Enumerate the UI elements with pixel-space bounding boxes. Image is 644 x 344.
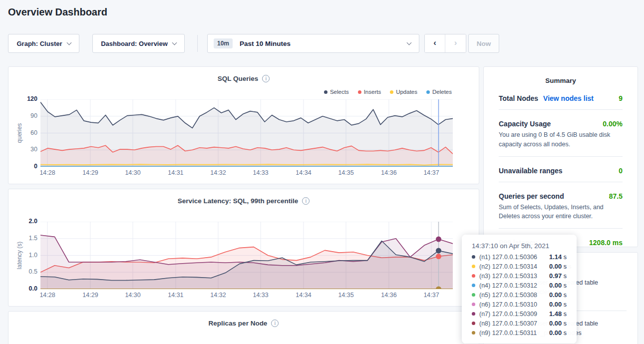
dashboard-controls: Graph: Cluster Dashboard: Overview 10m P… [8, 34, 636, 53]
time-prev-button[interactable]: ‹ [425, 34, 445, 52]
x-tick-label: 14:35 [334, 169, 358, 176]
page-title: Overview Dashboard [8, 6, 107, 18]
x-tick-label: 14:32 [206, 169, 230, 176]
summary-label: Capacity Usage [499, 120, 551, 128]
summary-description: You are using 0 B of 4.5 GiB usable disk… [499, 130, 623, 149]
legend-label: Deletes [432, 89, 452, 95]
tooltip-node-row: (n1) 127.0.0.1:503061.14 s [472, 253, 567, 261]
chart-title: Replicas per Node [209, 320, 268, 327]
legend-item-deletes[interactable]: Deletes [426, 89, 452, 95]
time-range-badge: 10m [214, 38, 233, 48]
x-tick-label: 14:29 [78, 169, 102, 176]
node-address: (n3) 127.0.0.1:50313 [479, 273, 537, 280]
node-address: (n9) 127.0.0.1:50311 [479, 330, 537, 337]
service-latency-plot[interactable]: 2.01.51.00.50.014:2814:2914:3014:3114:32… [40, 222, 453, 289]
tooltip-timestamp: 14:37:10 on Apr 5th, 2021 [472, 242, 567, 250]
node-latency-value: 1.14 s [549, 253, 567, 261]
x-tick-label: 14:28 [35, 292, 59, 299]
legend-item-inserts[interactable]: Inserts [358, 89, 381, 95]
divider [197, 35, 198, 52]
x-tick-label: 14:33 [249, 169, 273, 176]
x-tick-label: 14:37 [419, 169, 443, 176]
node-latency-value: 0.00 s [549, 291, 567, 299]
divider [499, 182, 623, 182]
node-address: (n7) 127.0.0.1:50309 [479, 311, 537, 318]
dashboard-dropdown[interactable]: Dashboard: Overview [92, 34, 185, 53]
divider [499, 109, 623, 110]
x-tick-label: 14:31 [164, 292, 188, 299]
node-latency-value: 1.48 s [549, 310, 567, 318]
replicas-per-node-chart-card: Replicas per Node i [8, 311, 479, 344]
x-tick-label: 14:36 [377, 169, 401, 176]
legend-label: Updates [396, 89, 417, 95]
time-range-dropdown[interactable]: 10m Past 10 Minutes [207, 34, 419, 53]
node-color-dot [472, 303, 475, 306]
legend-item-updates[interactable]: Updates [390, 89, 417, 95]
legend-color-dot [358, 90, 361, 94]
graph-dropdown-label: Graph: Cluster [16, 40, 62, 47]
tooltip-node-row: (n8) 127.0.0.1:503070.00 s [472, 320, 567, 327]
x-tick-label: 14:31 [164, 169, 188, 176]
legend-color-dot [390, 90, 393, 94]
node-latency-value: 0.97 s [549, 272, 567, 280]
summary-title: Summary [484, 77, 638, 84]
tooltip-node-row: (n5) 127.0.0.1:503080.00 s [472, 291, 567, 299]
y-axis-title: queries [0, 99, 53, 167]
legend-item-selects[interactable]: Selects [324, 89, 349, 95]
info-icon[interactable]: i [271, 320, 279, 327]
x-tick-label: 14:30 [121, 292, 145, 299]
legend-color-dot [426, 90, 430, 94]
now-button[interactable]: Now [468, 34, 499, 53]
x-tick-label: 14:35 [334, 292, 358, 299]
summary-panel: Summary Total Nodes View nodes list 9 Ca… [483, 66, 638, 247]
tooltip-node-row: (n6) 127.0.0.1:503100.00 s [472, 301, 567, 308]
node-latency-value: 0.00 s [549, 301, 567, 308]
x-tick-label: 14:36 [377, 292, 401, 299]
node-color-dot [472, 322, 475, 325]
node-color-dot [472, 274, 475, 278]
x-tick-label: 14:34 [292, 292, 316, 299]
info-icon[interactable]: i [302, 197, 310, 205]
node-color-dot [472, 293, 475, 297]
node-address: (n1) 127.0.0.1:50306 [479, 254, 537, 261]
node-address: (n4) 127.0.0.1:50312 [479, 282, 537, 289]
summary-value: 87.5 [609, 192, 623, 200]
summary-value: 9 [619, 94, 623, 102]
divider [499, 228, 623, 229]
graph-dropdown[interactable]: Graph: Cluster [8, 34, 79, 53]
node-color-dot [472, 265, 475, 268]
x-tick-label: 14:29 [78, 292, 102, 299]
node-address: (n2) 127.0.0.1:50314 [479, 263, 537, 270]
x-tick-label: 14:34 [292, 169, 316, 176]
sql-queries-plot[interactable]: 120906030014:2814:2914:3014:3114:3214:33… [40, 99, 453, 167]
summary-value: 0 [619, 167, 623, 175]
summary-description: Sum of Selects, Updates, Inserts, and De… [499, 203, 623, 222]
hover-dot [436, 254, 441, 259]
legend-label: Selects [330, 89, 349, 95]
time-pager: ‹ › [424, 34, 466, 53]
chart-tooltip: 14:37:10 on Apr 5th, 2021 (n1) 127.0.0.1… [462, 235, 577, 344]
time-range-label: Past 10 Minutes [240, 40, 291, 47]
service-latency-chart-card: Service Latency: SQL, 99th percentile i … [8, 189, 479, 307]
chevron-down-icon [66, 40, 71, 45]
summary-row-unavailable-ranges: Unavailable ranges 0 [499, 167, 623, 175]
view-nodes-list-link[interactable]: View nodes list [543, 94, 594, 102]
chart-legend: SelectsInsertsUpdatesDeletes [324, 89, 452, 95]
info-icon[interactable]: i [262, 75, 270, 82]
summary-label: Total Nodes [499, 94, 538, 102]
service-latency-svg [40, 222, 453, 289]
time-next-button[interactable]: › [445, 34, 466, 52]
tooltip-node-row: (n9) 127.0.0.1:503110.00 s [472, 329, 567, 337]
node-latency-value: 0.00 s [549, 282, 567, 289]
tooltip-node-row: (n4) 127.0.0.1:503120.00 s [472, 282, 567, 289]
chart-title: SQL Queries [218, 75, 259, 82]
node-color-dot [472, 284, 475, 287]
node-address: (n5) 127.0.0.1:50308 [479, 292, 537, 299]
summary-label: Queries per second [499, 192, 564, 200]
chevron-down-icon [172, 40, 177, 45]
sql-queries-svg [40, 99, 453, 167]
node-color-dot [472, 255, 475, 259]
summary-row-qps: Queries per second 87.5 [499, 192, 623, 200]
x-tick-label: 14:30 [121, 169, 145, 176]
y-axis-title: latency (s) [0, 222, 53, 289]
